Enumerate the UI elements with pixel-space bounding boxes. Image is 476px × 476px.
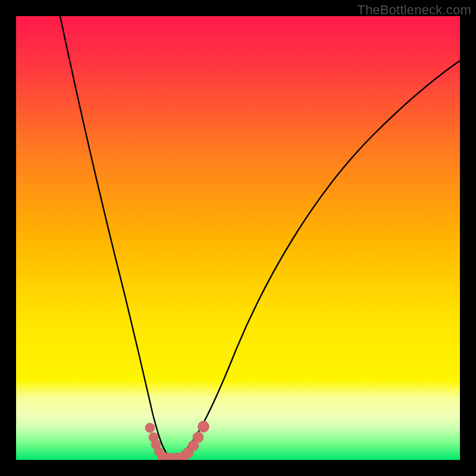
watermark-text: TheBottleneck.com	[357, 2, 471, 18]
svg-point-0	[145, 423, 155, 433]
chart-frame: TheBottleneck.com	[0, 0, 476, 476]
gradient-background	[16, 16, 460, 460]
svg-point-10	[193, 432, 203, 443]
plot-area	[16, 16, 460, 460]
chart-svg	[16, 16, 460, 460]
svg-point-11	[198, 421, 209, 433]
